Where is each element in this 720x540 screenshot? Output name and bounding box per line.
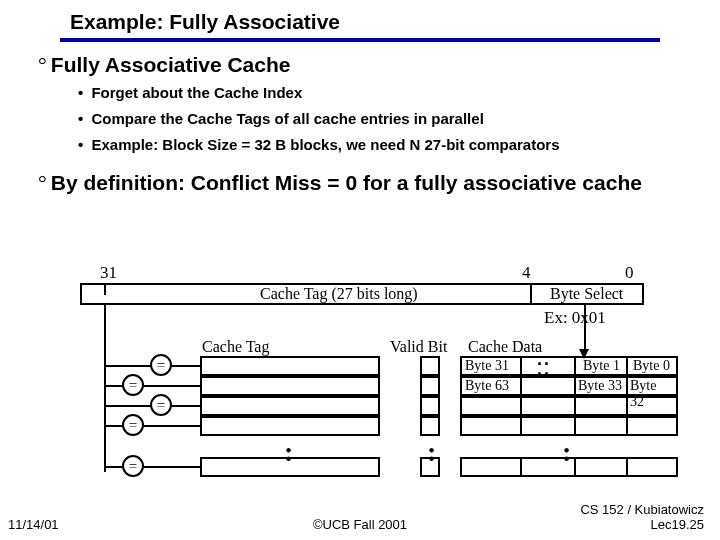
bullet-2: ° By definition: Conflict Miss = 0 for a… [38, 170, 678, 196]
tag-row [200, 396, 380, 416]
ellipsis-icon: .... [537, 354, 551, 374]
sub-bullet-3-text: Example: Block Size = 32 B blocks, we ne… [91, 136, 559, 153]
wire-tag-stub [104, 283, 106, 295]
dot-icon: • [78, 136, 83, 153]
dot-icon: • [78, 110, 83, 127]
wire [104, 385, 124, 387]
vertical-ellipsis: : [427, 436, 436, 468]
wire [144, 385, 200, 387]
wire [104, 365, 152, 367]
comparator: = [150, 354, 172, 376]
slide-title: Example: Fully Associative [70, 10, 340, 34]
data-row [460, 396, 678, 416]
wire [104, 425, 124, 427]
sub-bullet-3: • Example: Block Size = 32 B blocks, we … [78, 136, 560, 153]
data-cell: Byte 0 [630, 358, 673, 374]
wire-bus [104, 327, 106, 472]
wire [104, 405, 152, 407]
data-cell: Byte 32 [627, 378, 676, 394]
title-underline [60, 38, 660, 42]
valid-row [420, 356, 440, 376]
bit-label-31: 31 [100, 263, 117, 283]
degree-icon: ° [38, 52, 47, 77]
comparator: = [122, 414, 144, 436]
bit-label-0: 0 [625, 263, 634, 283]
footer-lecnum: Lec19.25 [651, 517, 705, 532]
tag-row [200, 376, 380, 396]
wire-tag-down [104, 305, 106, 327]
vertical-ellipsis: : [284, 436, 293, 468]
sub-bullet-2: • Compare the Cache Tags of all cache en… [78, 110, 484, 127]
comparator: = [150, 394, 172, 416]
tag-row [200, 416, 380, 436]
valid-row [420, 396, 440, 416]
cache-data-header: Cache Data [468, 338, 542, 356]
footer-course-text: CS 152 / Kubiatowicz [580, 502, 704, 517]
data-cell: Byte 63 [462, 378, 512, 394]
sub-bullet-2-text: Compare the Cache Tags of all cache entr… [91, 110, 483, 127]
wire-byteselect-down [584, 305, 586, 351]
wire [144, 466, 200, 468]
valid-row [420, 376, 440, 396]
byte-select-label: Byte Select [550, 285, 623, 303]
byte-select-example: Ex: 0x01 [544, 308, 606, 328]
wire [144, 425, 200, 427]
data-row: Byte 31 Byte 1 Byte 0 [460, 356, 678, 376]
bullet-1-text: Fully Associative Cache [51, 53, 291, 76]
degree-icon: ° [38, 170, 47, 195]
address-divider [530, 283, 532, 305]
sub-bullet-1: • Forget about the Cache Index [78, 84, 302, 101]
data-row: Byte 63 Byte 33 Byte 32 [460, 376, 678, 396]
bullet-1: ° Fully Associative Cache [38, 52, 290, 78]
bit-label-4: 4 [522, 263, 531, 283]
data-row [460, 416, 678, 436]
data-cell: Byte 33 [575, 378, 625, 394]
data-cell: Byte 1 [580, 358, 623, 374]
bullet-2-text: By definition: Conflict Miss = 0 for a f… [51, 171, 642, 194]
wire [172, 365, 200, 367]
vertical-ellipsis: : [562, 436, 571, 468]
cache-tag-field-label: Cache Tag (27 bits long) [260, 285, 418, 303]
tag-row [200, 356, 380, 376]
wire [172, 405, 200, 407]
data-cell: Byte 31 [462, 358, 512, 374]
dot-icon: • [78, 84, 83, 101]
wire [104, 466, 124, 468]
valid-row [420, 416, 440, 436]
footer-course: CS 152 / Kubiatowicz Lec19.25 [580, 502, 704, 532]
cache-tag-header: Cache Tag [202, 338, 269, 356]
valid-bit-header: Valid Bit [390, 338, 447, 356]
sub-bullet-1-text: Forget about the Cache Index [91, 84, 302, 101]
comparator: = [122, 455, 144, 477]
comparator: = [122, 374, 144, 396]
